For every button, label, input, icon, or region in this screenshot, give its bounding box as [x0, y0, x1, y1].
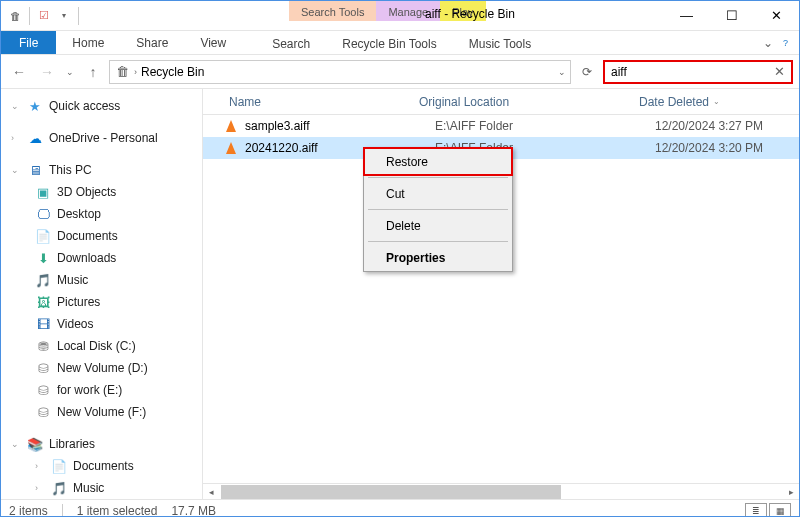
tab-recycle-bin-tools[interactable]: Recycle Bin Tools — [326, 31, 453, 54]
tree-label: for work (E:) — [57, 383, 122, 397]
help-icon[interactable]: ? — [783, 31, 791, 54]
quick-access-toolbar: 🗑 ☑ ▾ — [1, 1, 87, 30]
column-header-original-location[interactable]: Original Location — [413, 95, 633, 109]
refresh-button[interactable]: ⟳ — [575, 60, 599, 84]
tree-documents[interactable]: 📄Documents — [1, 225, 202, 247]
properties-icon[interactable]: ☑ — [36, 8, 52, 24]
tree-label: Music — [57, 273, 88, 287]
tab-share[interactable]: Share — [120, 31, 184, 54]
maximize-button[interactable]: ☐ — [709, 1, 754, 30]
forward-button[interactable]: → — [35, 60, 59, 84]
tab-home[interactable]: Home — [56, 31, 120, 54]
chevron-down-icon[interactable]: ⌄ — [11, 165, 21, 175]
status-item-count: 2 items — [9, 504, 48, 518]
recent-locations-dropdown[interactable]: ⌄ — [63, 60, 77, 84]
address-dropdown-icon[interactable]: ⌄ — [558, 67, 566, 77]
file-row[interactable]: sample3.aiff E:\AIFF Folder 12/20/2024 3… — [203, 115, 799, 137]
tree-local-disk-c[interactable]: ⛃Local Disk (C:) — [1, 335, 202, 357]
tree-lib-music[interactable]: ›🎵Music — [1, 477, 202, 499]
tree-label: Documents — [73, 459, 134, 473]
tree-this-pc[interactable]: ⌄ 🖥 This PC — [1, 159, 202, 181]
tree-label: Quick access — [49, 99, 120, 113]
ribbon-tabs: File Home Share View Search Recycle Bin … — [1, 31, 799, 55]
chevron-down-icon[interactable]: ⌄ — [11, 101, 21, 111]
context-menu-cut[interactable]: Cut — [364, 180, 512, 207]
file-original-location: E:\AIFF Folder — [429, 119, 649, 133]
ribbon-expand-icon[interactable]: ⌄ — [753, 31, 783, 54]
chevron-down-icon[interactable]: ⌄ — [11, 439, 21, 449]
sort-descending-icon: ⌄ — [713, 97, 720, 106]
details-view-button[interactable]: ≣ — [745, 503, 767, 518]
title-bar: 🗑 ☑ ▾ Search Tools Manage Play aiff - Re… — [1, 1, 799, 31]
context-menu-properties[interactable]: Properties — [364, 244, 512, 271]
chevron-right-icon[interactable]: › — [11, 133, 21, 143]
tree-downloads[interactable]: ⬇Downloads — [1, 247, 202, 269]
tree-label: Pictures — [57, 295, 100, 309]
up-button[interactable]: ↑ — [81, 60, 105, 84]
scroll-left-icon[interactable]: ◂ — [203, 487, 219, 497]
search-input[interactable] — [611, 65, 774, 79]
chevron-right-icon[interactable]: › — [35, 461, 45, 471]
pictures-icon: 🖼 — [35, 294, 51, 310]
tree-quick-access[interactable]: ⌄ ★ Quick access — [1, 95, 202, 117]
file-date-deleted: 12/20/2024 3:20 PM — [649, 141, 799, 155]
tree-3d-objects[interactable]: ▣3D Objects — [1, 181, 202, 203]
libraries-icon: 📚 — [27, 436, 43, 452]
context-tab-search-tools: Search Tools — [289, 1, 376, 21]
tree-pictures[interactable]: 🖼Pictures — [1, 291, 202, 313]
videos-icon: 🎞 — [35, 316, 51, 332]
tree-libraries[interactable]: ⌄ 📚 Libraries — [1, 433, 202, 455]
status-bar: 2 items 1 item selected 17.7 MB ≣ ▦ — [1, 499, 799, 517]
window-controls: — ☐ ✕ — [664, 1, 799, 30]
tree-label: Libraries — [49, 437, 95, 451]
context-menu-restore[interactable]: Restore — [364, 148, 512, 175]
tree-label: 3D Objects — [57, 185, 116, 199]
back-button[interactable]: ← — [7, 60, 31, 84]
close-button[interactable]: ✕ — [754, 1, 799, 30]
separator — [62, 504, 63, 518]
minimize-button[interactable]: — — [664, 1, 709, 30]
column-headers: Name Original Location Date Deleted ⌄ — [203, 89, 799, 115]
tree-desktop[interactable]: 🖵Desktop — [1, 203, 202, 225]
file-date-deleted: 12/20/2024 3:27 PM — [649, 119, 799, 133]
tree-for-work-e[interactable]: ⛁for work (E:) — [1, 379, 202, 401]
drive-icon: ⛁ — [35, 404, 51, 420]
drive-icon: ⛁ — [35, 382, 51, 398]
tree-lib-documents[interactable]: ›📄Documents — [1, 455, 202, 477]
tab-search[interactable]: Search — [256, 31, 326, 54]
file-tab[interactable]: File — [1, 31, 56, 54]
separator — [368, 241, 508, 242]
tree-videos[interactable]: 🎞Videos — [1, 313, 202, 335]
tree-onedrive[interactable]: › ☁ OneDrive - Personal — [1, 127, 202, 149]
chevron-right-icon[interactable]: › — [134, 67, 137, 77]
tree-label: Local Disk (C:) — [57, 339, 136, 353]
context-menu: Restore Cut Delete Properties — [363, 147, 513, 272]
clear-search-icon[interactable]: ✕ — [774, 64, 785, 79]
thumbnails-view-button[interactable]: ▦ — [769, 503, 791, 518]
qat-dropdown-icon[interactable]: ▾ — [56, 8, 72, 24]
tab-view[interactable]: View — [184, 31, 242, 54]
scroll-right-icon[interactable]: ▸ — [783, 487, 799, 497]
tab-music-tools[interactable]: Music Tools — [453, 31, 547, 54]
tree-new-volume-f[interactable]: ⛁New Volume (F:) — [1, 401, 202, 423]
chevron-right-icon[interactable]: › — [35, 483, 45, 493]
address-bar[interactable]: 🗑 › Recycle Bin ⌄ — [109, 60, 571, 84]
context-menu-delete[interactable]: Delete — [364, 212, 512, 239]
download-icon: ⬇ — [35, 250, 51, 266]
tree-music[interactable]: 🎵Music — [1, 269, 202, 291]
tree-label: New Volume (F:) — [57, 405, 146, 419]
vlc-icon — [223, 140, 239, 156]
view-mode-toggles: ≣ ▦ — [745, 503, 791, 518]
separator — [78, 7, 79, 25]
tree-label: Music — [73, 481, 104, 495]
separator — [368, 177, 508, 178]
column-header-name[interactable]: Name — [223, 95, 413, 109]
address-segment[interactable]: Recycle Bin — [141, 65, 204, 79]
horizontal-scrollbar[interactable]: ◂ ▸ — [203, 483, 799, 499]
tree-new-volume-d[interactable]: ⛁New Volume (D:) — [1, 357, 202, 379]
scrollbar-thumb[interactable] — [221, 485, 561, 499]
tree-label: New Volume (D:) — [57, 361, 148, 375]
column-header-date-deleted[interactable]: Date Deleted ⌄ — [633, 95, 763, 109]
search-box[interactable]: ✕ — [603, 60, 793, 84]
navigation-pane[interactable]: ⌄ ★ Quick access › ☁ OneDrive - Personal… — [1, 89, 203, 499]
